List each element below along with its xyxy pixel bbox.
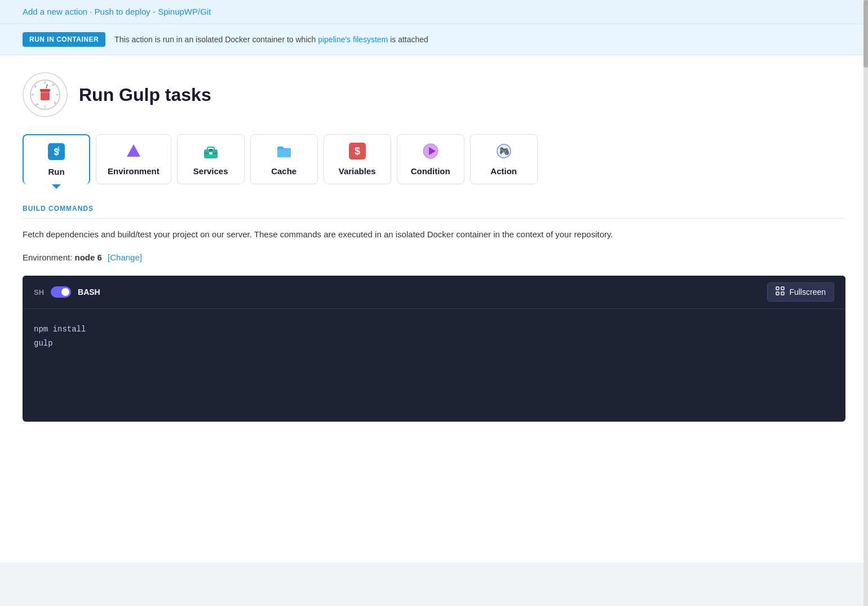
condition-icon bbox=[422, 143, 439, 162]
code-body[interactable]: npm install gulp bbox=[23, 309, 845, 422]
environment-value: node 6 bbox=[75, 253, 102, 262]
tab-action[interactable]: 🎮 Action bbox=[470, 134, 538, 184]
page-title: Run Gulp tasks bbox=[79, 85, 211, 105]
build-commands-description: Fetch dependencies and build/test your p… bbox=[23, 228, 845, 241]
sh-label: SH bbox=[34, 288, 44, 297]
tab-condition[interactable]: Condition bbox=[397, 134, 464, 184]
cache-icon bbox=[276, 143, 293, 162]
tab-variables[interactable]: $ Variables bbox=[324, 134, 391, 184]
fullscreen-label: Fullscreen bbox=[789, 287, 826, 297]
services-icon bbox=[202, 143, 219, 162]
fullscreen-icon bbox=[776, 286, 785, 298]
code-line-1: npm install bbox=[34, 322, 834, 337]
tab-action-label: Action bbox=[490, 166, 517, 176]
svg-text:🎮: 🎮 bbox=[499, 147, 509, 156]
tab-condition-label: Condition bbox=[411, 166, 450, 176]
tab-cache[interactable]: Cache bbox=[250, 134, 318, 184]
scrollbar-thumb[interactable] bbox=[863, 0, 868, 68]
svg-rect-2 bbox=[40, 89, 50, 91]
svg-marker-8 bbox=[127, 144, 140, 157]
environment-icon bbox=[125, 143, 142, 162]
run-in-container-badge: RUN IN CONTAINER bbox=[23, 32, 105, 47]
scrollbar[interactable] bbox=[863, 0, 868, 606]
code-editor: SH BASH Fullscreen npm install gulp bbox=[23, 276, 845, 422]
tab-environment-label: Environment bbox=[108, 166, 160, 176]
svg-text:1: 1 bbox=[57, 146, 60, 152]
svg-rect-27 bbox=[781, 292, 784, 295]
build-commands-section-header: BUILD COMMANDS bbox=[23, 205, 845, 219]
container-banner-text: This action is run in an isolated Docker… bbox=[114, 35, 428, 44]
action-tab-icon: 🎮 bbox=[495, 143, 512, 162]
top-bar: Add a new action · Push to deploy - Spin… bbox=[0, 0, 868, 24]
fullscreen-button[interactable]: Fullscreen bbox=[767, 282, 834, 302]
tab-services[interactable]: Services bbox=[177, 134, 245, 184]
tab-variables-label: Variables bbox=[339, 166, 376, 176]
action-icon-wrapper bbox=[23, 72, 68, 117]
code-line-2: gulp bbox=[34, 337, 834, 351]
svg-rect-1 bbox=[41, 90, 50, 100]
tab-environment[interactable]: Environment bbox=[96, 134, 171, 184]
container-banner: RUN IN CONTAINER This action is run in a… bbox=[0, 24, 868, 55]
svg-line-3 bbox=[46, 85, 47, 88]
run-icon: $ 1 bbox=[48, 143, 65, 162]
environment-line: Environment: node 6 [Change] bbox=[23, 253, 845, 262]
svg-rect-26 bbox=[776, 292, 779, 295]
tabs-row: $ 1 Run Environment bbox=[23, 134, 845, 184]
action-header: Run Gulp tasks bbox=[23, 72, 845, 117]
breadcrumb-link[interactable]: Add a new action · Push to deploy - Spin… bbox=[23, 7, 211, 16]
variables-icon: $ bbox=[349, 143, 366, 162]
pipeline-filesystem-link[interactable]: pipeline's filesystem bbox=[318, 35, 388, 44]
bash-label: BASH bbox=[78, 287, 100, 297]
tab-run[interactable]: $ 1 Run bbox=[23, 134, 90, 184]
svg-text:$: $ bbox=[355, 145, 360, 157]
tab-run-label: Run bbox=[48, 167, 64, 176]
main-content: Run Gulp tasks $ 1 Run Environment bbox=[0, 55, 868, 563]
svg-rect-14 bbox=[277, 149, 291, 157]
change-environment-link[interactable]: [Change] bbox=[108, 253, 142, 262]
svg-rect-24 bbox=[776, 287, 779, 290]
sh-bash-toggle[interactable] bbox=[51, 286, 71, 298]
action-icon bbox=[28, 78, 62, 112]
svg-rect-13 bbox=[209, 152, 212, 154]
tab-services-label: Services bbox=[193, 166, 228, 176]
tab-cache-label: Cache bbox=[271, 166, 296, 176]
code-editor-toolbar: SH BASH Fullscreen bbox=[23, 276, 845, 309]
svg-rect-11 bbox=[209, 149, 212, 151]
svg-rect-25 bbox=[781, 287, 784, 290]
